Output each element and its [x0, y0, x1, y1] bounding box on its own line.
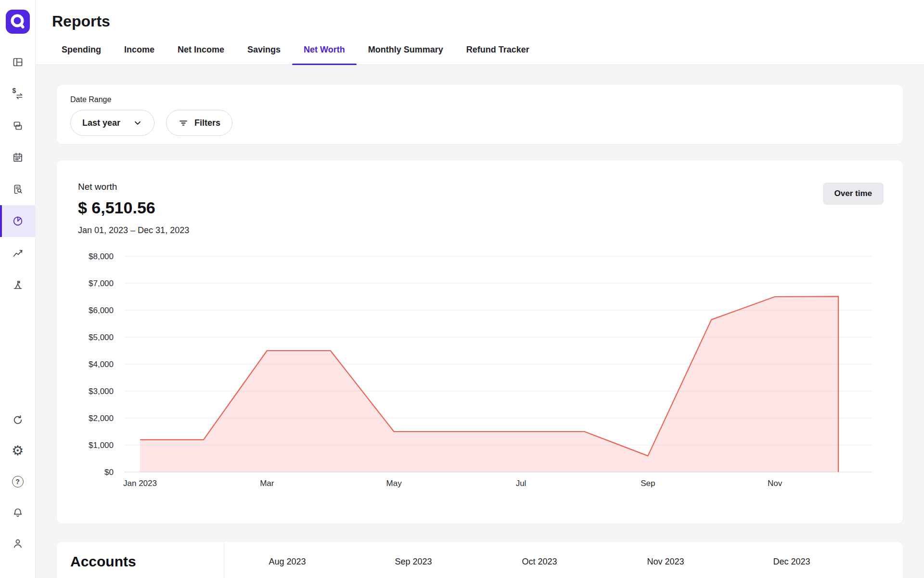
- notifications-bell-icon: [12, 507, 24, 518]
- filters-label: Filters: [194, 118, 220, 128]
- sidebar: $: [0, 0, 36, 578]
- sidebar-item-settings[interactable]: ⚙: [0, 435, 35, 466]
- filter-card: Date Range Last year Filters: [57, 85, 903, 144]
- svg-text:$2,000: $2,000: [89, 414, 114, 423]
- pie-chart-icon: [12, 215, 24, 227]
- report-tabs: Spending Income Net Income Savings Net W…: [36, 35, 924, 65]
- sidebar-item-dashboard[interactable]: [0, 46, 35, 78]
- over-time-button[interactable]: Over time: [823, 183, 884, 205]
- svg-text:$3,000: $3,000: [89, 387, 114, 396]
- app-logo[interactable]: [6, 10, 30, 34]
- investments-icon: [12, 247, 24, 259]
- accounts-column-header: Oct 2023: [476, 557, 603, 578]
- accounts-month-columns: Aug 2023 Sep 2023 Oct 2023 Nov 2023 Dec …: [224, 542, 903, 578]
- sidebar-bottom-nav: ⚙ ?: [0, 405, 35, 578]
- accounts-column-header: Dec 2023: [729, 557, 855, 578]
- svg-text:$8,000: $8,000: [89, 252, 114, 261]
- svg-text:Jan 2023: Jan 2023: [123, 479, 157, 488]
- tab-spending[interactable]: Spending: [50, 35, 113, 65]
- sidebar-item-reports[interactable]: [0, 205, 35, 237]
- svg-text:$6,000: $6,000: [89, 306, 114, 315]
- sidebar-item-search-transactions[interactable]: [0, 173, 35, 205]
- dashboard-icon: [12, 56, 24, 68]
- search-document-icon: [12, 184, 24, 195]
- tab-savings[interactable]: Savings: [236, 35, 292, 65]
- tab-income[interactable]: Income: [113, 35, 166, 65]
- svg-text:Mar: Mar: [260, 479, 274, 488]
- date-range-dropdown[interactable]: Last year: [70, 110, 154, 136]
- svg-text:$7,000: $7,000: [89, 279, 114, 288]
- accounts-card: Accounts Aug 2023 Sep 2023 Oct 2023 Nov …: [57, 542, 903, 578]
- help-icon: ?: [12, 476, 24, 487]
- date-range-value: Last year: [82, 118, 120, 128]
- sidebar-item-refresh[interactable]: [0, 405, 35, 435]
- transactions-icon: [12, 88, 24, 100]
- settings-gear-icon: ⚙: [12, 444, 24, 458]
- accounts-column-header: Nov 2023: [603, 557, 729, 578]
- tab-net-income[interactable]: Net Income: [166, 35, 236, 65]
- filters-button[interactable]: Filters: [166, 110, 232, 136]
- svg-text:May: May: [386, 479, 402, 488]
- sidebar-item-investments[interactable]: [0, 237, 35, 269]
- sidebar-item-profile[interactable]: [0, 528, 35, 559]
- sidebar-item-notifications[interactable]: [0, 497, 35, 528]
- net-worth-period: Jan 01, 2023 – Dec 31, 2023: [78, 225, 903, 236]
- net-worth-chart: $0$1,000$2,000$3,000$4,000$5,000$6,000$7…: [67, 248, 886, 496]
- refresh-icon: [12, 414, 24, 426]
- sidebar-item-help[interactable]: ?: [0, 466, 35, 497]
- svg-text:$4,000: $4,000: [89, 360, 114, 369]
- svg-text:$5,000: $5,000: [89, 333, 114, 342]
- date-range-label: Date Range: [70, 95, 889, 104]
- svg-text:Sep: Sep: [641, 479, 655, 488]
- chart-container: $0$1,000$2,000$3,000$4,000$5,000$6,000$7…: [67, 248, 886, 498]
- tab-net-worth[interactable]: Net Worth: [292, 35, 357, 65]
- net-worth-card: Net worth $ 6,510.56 Jan 01, 2023 – Dec …: [57, 160, 903, 524]
- app-logo-mark: [6, 10, 30, 34]
- filter-icon: [178, 118, 189, 128]
- svg-text:$1,000: $1,000: [89, 441, 114, 450]
- sidebar-item-calendar[interactable]: [0, 142, 35, 173]
- net-worth-title: Net worth: [78, 182, 903, 192]
- svg-text:Jul: Jul: [516, 479, 526, 488]
- accounts-icon: [12, 120, 24, 131]
- net-worth-amount: $ 6,510.56: [78, 198, 903, 217]
- sidebar-item-transactions[interactable]: $: [0, 78, 35, 110]
- tab-monthly-summary[interactable]: Monthly Summary: [357, 35, 455, 65]
- goals-icon: [12, 279, 24, 290]
- sidebar-item-accounts[interactable]: [0, 110, 35, 142]
- page-title: Reports: [52, 13, 924, 30]
- tab-refund-tracker[interactable]: Refund Tracker: [455, 35, 541, 65]
- main-area: Reports Spending Income Net Income Savin…: [36, 0, 924, 578]
- calendar-icon: [12, 152, 24, 163]
- accounts-column-header: Sep 2023: [350, 557, 476, 578]
- sidebar-item-goals[interactable]: [0, 269, 35, 301]
- accounts-column-header: Aug 2023: [224, 557, 350, 578]
- svg-text:$0: $0: [104, 468, 114, 477]
- page-header: Reports: [36, 0, 924, 30]
- content-area: Date Range Last year Filters: [36, 65, 924, 578]
- profile-icon: [12, 538, 24, 549]
- accounts-title: Accounts: [57, 542, 224, 578]
- chevron-down-icon: [133, 118, 142, 128]
- svg-text:Nov: Nov: [768, 479, 783, 488]
- sidebar-nav: $: [0, 46, 35, 301]
